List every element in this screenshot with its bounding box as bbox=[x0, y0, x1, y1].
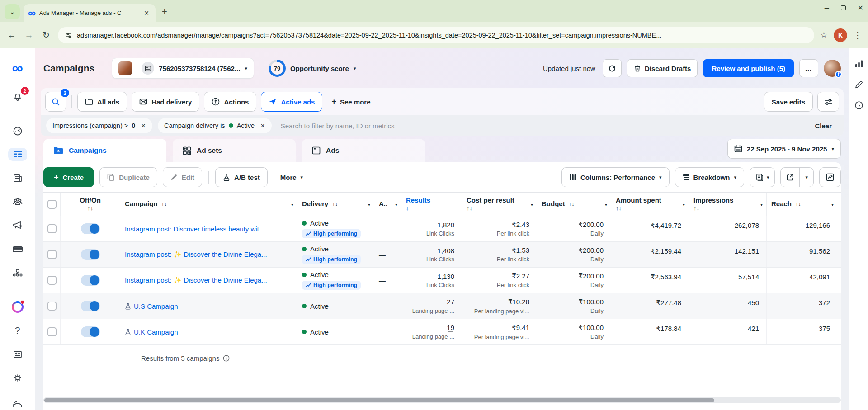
browser-profile-avatar[interactable]: K bbox=[834, 28, 847, 42]
see-more-button[interactable]: + See more bbox=[327, 97, 375, 107]
meta-ai-icon[interactable] bbox=[8, 301, 27, 314]
window-maximize-button[interactable] bbox=[841, 5, 846, 10]
chat-support-icon[interactable] bbox=[8, 397, 27, 410]
events-manager-icon[interactable] bbox=[8, 266, 27, 279]
filter-chip-impressions[interactable]: Impressions (campaign) >0 ✕ bbox=[46, 118, 152, 133]
export-button[interactable] bbox=[781, 168, 799, 187]
duplicate-button[interactable]: Duplicate bbox=[99, 167, 157, 187]
new-tab-button[interactable]: + bbox=[162, 7, 167, 17]
campaign-link[interactable]: Instagram post: ✨ Discover the Divine El… bbox=[125, 276, 292, 284]
window-close-button[interactable]: ✕ bbox=[858, 4, 863, 12]
had-delivery-filter-button[interactable]: Had delivery bbox=[132, 92, 199, 112]
tab-campaigns[interactable]: Campaigns bbox=[43, 139, 166, 162]
audiences-icon[interactable] bbox=[8, 195, 27, 208]
account-overview-icon[interactable] bbox=[8, 124, 27, 137]
active-ads-filter-button[interactable]: Active ads bbox=[261, 92, 322, 112]
filter-settings-button[interactable] bbox=[817, 92, 839, 112]
opportunity-score[interactable]: 79 Opportunity score ▾ bbox=[269, 60, 356, 77]
header-impressions[interactable]: Impressions↑↓▾ bbox=[689, 193, 767, 216]
browser-tab[interactable]: ∞ Ads Manager - Manage ads - C ✕ bbox=[24, 4, 156, 22]
forward-button[interactable]: → bbox=[24, 30, 34, 40]
chevron-down-icon[interactable]: ▾ bbox=[531, 202, 533, 208]
campaigns-nav-icon[interactable] bbox=[8, 148, 27, 161]
discard-drafts-button[interactable]: Discard Drafts bbox=[627, 59, 698, 77]
filter-search-placeholder[interactable]: Search to filter by name, ID or metrics bbox=[281, 122, 395, 130]
header-amount-spent[interactable]: Amount spent↑↓▾ bbox=[611, 193, 689, 216]
tab-close-icon[interactable]: ✕ bbox=[142, 9, 151, 17]
header-attribution[interactable]: A..▾ bbox=[374, 193, 401, 216]
header-cost-per-result[interactable]: Cost per result↑↓▾ bbox=[462, 193, 537, 216]
window-minimize-button[interactable]: ─ bbox=[825, 5, 829, 12]
scrollbar-thumb[interactable] bbox=[44, 398, 714, 402]
breakdown-button[interactable]: Breakdown ▾ bbox=[675, 167, 744, 187]
whats-new-icon[interactable] bbox=[8, 348, 27, 361]
campaign-toggle[interactable] bbox=[81, 249, 100, 260]
header-budget[interactable]: Budget↑↓▾ bbox=[537, 193, 611, 216]
filter-chip-delivery[interactable]: Campaign delivery isActive ✕ bbox=[158, 118, 272, 133]
performance-chart-icon[interactable] bbox=[854, 59, 863, 68]
url-bar[interactable]: adsmanager.facebook.com/adsmanager/manag… bbox=[58, 27, 814, 43]
charts-button[interactable] bbox=[819, 167, 841, 187]
chevron-down-icon[interactable]: ▾ bbox=[395, 202, 397, 208]
tab-ads[interactable]: Ads bbox=[302, 139, 425, 162]
export-button-group[interactable]: ▾ bbox=[780, 167, 814, 187]
campaign-link[interactable]: U.K Campaign bbox=[125, 328, 292, 336]
back-button[interactable]: ← bbox=[6, 30, 17, 40]
browser-menu-icon[interactable]: ⋮ bbox=[854, 30, 862, 40]
row-checkbox[interactable] bbox=[47, 276, 57, 285]
campaign-toggle[interactable] bbox=[81, 326, 100, 337]
campaign-toggle[interactable] bbox=[81, 223, 100, 234]
all-ads-filter-button[interactable]: All ads bbox=[77, 92, 127, 112]
more-options-button[interactable]: … bbox=[799, 59, 818, 77]
history-clock-icon[interactable] bbox=[854, 101, 863, 110]
actions-filter-button[interactable]: Actions bbox=[204, 92, 256, 112]
campaign-toggle[interactable] bbox=[81, 275, 100, 286]
review-and-publish-button[interactable]: Review and publish (5) bbox=[703, 59, 794, 77]
tab-ad-sets[interactable]: Ad sets bbox=[173, 139, 296, 162]
chevron-down-icon[interactable]: ▾ bbox=[605, 202, 607, 208]
close-icon[interactable]: ✕ bbox=[260, 122, 265, 129]
header-off-on[interactable]: Off/On↑↓ bbox=[61, 193, 120, 216]
settings-gear-icon[interactable] bbox=[8, 371, 27, 384]
header-campaign[interactable]: Campaign↑↓▾ bbox=[120, 193, 297, 216]
chevron-down-icon[interactable]: ▾ bbox=[683, 202, 685, 208]
row-checkbox[interactable] bbox=[47, 327, 57, 336]
horizontal-scrollbar[interactable] bbox=[43, 397, 841, 403]
row-checkbox[interactable] bbox=[47, 224, 57, 233]
tab-search-button[interactable]: ⌄ bbox=[5, 4, 20, 19]
ads-reporting-icon[interactable] bbox=[8, 171, 27, 184]
row-checkbox[interactable] bbox=[47, 302, 57, 311]
advertise-megaphone-icon[interactable] bbox=[8, 219, 27, 232]
save-edits-button[interactable]: Save edits bbox=[764, 92, 813, 112]
chevron-down-icon[interactable]: ▾ bbox=[291, 202, 293, 208]
campaign-link[interactable]: Instagram post: ✨ Discover the Divine El… bbox=[125, 250, 292, 259]
create-button[interactable]: + Create bbox=[43, 167, 94, 187]
search-filter-button[interactable]: 2 bbox=[45, 92, 66, 112]
close-icon[interactable]: ✕ bbox=[141, 122, 146, 129]
chevron-down-icon[interactable]: ▾ bbox=[760, 202, 763, 208]
columns-button[interactable]: Columns: Performance ▾ bbox=[561, 167, 670, 187]
campaign-link[interactable]: U.S Campaign bbox=[125, 302, 292, 310]
ad-account-selector[interactable]: 756205373758124 (7562... ▾ bbox=[112, 58, 254, 79]
more-button[interactable]: More ▾ bbox=[273, 167, 310, 187]
reload-button[interactable]: ↻ bbox=[41, 30, 52, 40]
campaign-link[interactable]: Instagram post: Discover timeless beauty… bbox=[125, 225, 292, 233]
billing-icon[interactable] bbox=[8, 242, 27, 255]
row-checkbox[interactable] bbox=[47, 250, 57, 259]
edit-button[interactable]: Edit bbox=[163, 167, 202, 187]
header-delivery[interactable]: Delivery↑↓▾ bbox=[297, 193, 374, 216]
date-range-picker[interactable]: 22 Sep 2025 - 9 Nov 2025 ▾ bbox=[727, 139, 841, 159]
meta-logo-icon[interactable]: ∞ bbox=[8, 61, 27, 75]
notifications-bell-icon[interactable]: 2 bbox=[8, 90, 27, 103]
user-avatar[interactable]: f bbox=[824, 60, 841, 77]
export-options-caret[interactable]: ▾ bbox=[799, 168, 813, 187]
site-info-icon[interactable] bbox=[65, 32, 72, 39]
reports-button[interactable]: ▾ bbox=[750, 167, 775, 187]
header-results[interactable]: Results↓ bbox=[401, 193, 462, 216]
clear-filters-button[interactable]: Clear bbox=[815, 122, 838, 130]
refresh-button[interactable] bbox=[603, 59, 622, 77]
campaign-toggle[interactable] bbox=[81, 301, 100, 311]
help-icon[interactable]: ? bbox=[8, 324, 27, 337]
ab-test-button[interactable]: A/B test bbox=[215, 167, 268, 187]
info-icon[interactable] bbox=[223, 355, 230, 362]
